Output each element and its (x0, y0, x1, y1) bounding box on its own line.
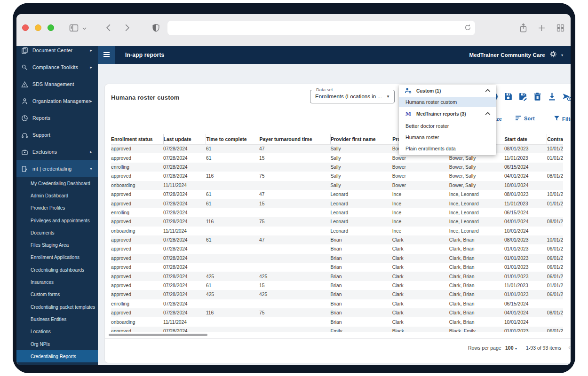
table-row[interactable]: approved07/28/20246147LeonardInceInce, L… (111, 190, 563, 199)
table-row[interactable]: approved07/28/202411675BrianClarkClark, … (111, 308, 563, 317)
privacy-shield-icon[interactable] (152, 23, 160, 33)
close-window-button[interactable] (22, 24, 29, 31)
table-row[interactable]: onboarding11/11/2024LeonardInceInce, Leo… (111, 227, 563, 235)
table-row[interactable]: enrolling07/28/2024SallyBowerBower, Sall… (111, 163, 563, 172)
chevron-up-icon[interactable] (485, 111, 491, 117)
table-row[interactable]: onboarding11/11/2024SallyBowerBower, Sal… (111, 181, 563, 190)
menu-toggle-button[interactable] (98, 46, 115, 64)
dataset-select[interactable]: Data set Enrollments (Locations in ... ▼ (310, 90, 395, 103)
dropdown-option-humana-roster[interactable]: Humana roster (399, 132, 496, 143)
sidebar-subitem-credentialing-packet-templates[interactable]: Credentialing packet templates (16, 301, 98, 313)
delete-report-button[interactable] (533, 92, 542, 101)
column-header[interactable]: Last update (163, 134, 206, 144)
forward-button[interactable] (125, 24, 130, 32)
share-icon[interactable] (519, 23, 528, 33)
sidebar-subitem-privileges-and-appointments[interactable]: Privileges and appointments (16, 214, 98, 227)
zoom-window-button[interactable] (48, 24, 54, 31)
sidebar-subitem-admin-dashboard[interactable]: Admin Dashboard (16, 189, 98, 202)
sidebar-subitem-credentialing-reports[interactable]: Credentialing Reports (16, 350, 98, 362)
sidebar-subitem-org-npis[interactable]: Org NPIs (16, 338, 98, 350)
sidebar-item-organization-management[interactable]: Organization Management▸ (16, 93, 98, 110)
dropdown-group-header-medtrainer-reports[interactable]: MMedTrainer reports (3) (399, 107, 496, 120)
sidebar-toggle-icon[interactable] (69, 24, 79, 32)
table-row[interactable]: enrolling07/28/2024LeonardInceInce, Leon… (111, 208, 563, 217)
minimize-window-button[interactable] (35, 24, 41, 31)
settings-gear-icon[interactable] (549, 50, 557, 60)
sidebar-item-document-center[interactable]: Document Center▸ (16, 46, 98, 59)
table-row[interactable]: approved07/28/20246115BrianClarkClark, B… (111, 281, 563, 290)
sidebar-item-compliance-toolkits[interactable]: Compliance Toolkits▸ (16, 59, 98, 76)
sidebar-subitem-provider-profiles[interactable]: Provider Profiles (16, 202, 98, 214)
sidebar-subitem-insurances[interactable]: Insurances (16, 276, 98, 288)
rows-per-page-select[interactable]: 100▼ (505, 345, 517, 351)
table-cell: 07/28/2024 (163, 208, 206, 217)
horizontal-scrollbar[interactable] (109, 334, 207, 336)
sidebar-item-sds-management[interactable]: SDS Management (16, 76, 98, 93)
sidebar-subitem-enrollment-applications[interactable]: Enrollment Applications (16, 251, 98, 264)
table-row[interactable]: approved07/28/2024425425BrianClarkClark,… (111, 290, 563, 299)
table-row[interactable]: onboarding11/11/2024BrianClarkClark, Bri… (111, 317, 563, 326)
url-bar[interactable] (167, 21, 475, 35)
save-report-button[interactable] (504, 92, 513, 101)
table-row[interactable]: approved07/28/2024BrianClarkClark, Brian… (111, 263, 563, 272)
save-as-report-button[interactable] (518, 92, 527, 101)
tab-overview-icon[interactable] (556, 24, 564, 32)
sidebar-subitem-credentialing-dashboards[interactable]: Credentialing dashboards (16, 264, 98, 276)
table-cell: 425 (206, 272, 259, 281)
table-cell: Brian (330, 254, 392, 263)
sort-button[interactable]: Sort (515, 115, 535, 122)
dropdown-option-humana-roster-custom[interactable]: Humana roster custom (399, 97, 496, 107)
table-row[interactable]: approved07/28/2024425425BrianClarkClark,… (111, 272, 563, 281)
sidebar-item-reports[interactable]: Reports (16, 110, 98, 126)
table-cell: Clark (392, 254, 449, 263)
table-row[interactable]: approved07/28/2024BrianClarkClark, Brian… (111, 254, 563, 263)
column-header[interactable]: Payer turnaround time (259, 134, 330, 144)
column-header[interactable]: Provider first name (330, 134, 392, 144)
org-menu-caret-icon[interactable]: ▾ (561, 53, 563, 57)
table-row[interactable]: approved07/28/202411675LeonardInceInce, … (111, 217, 563, 226)
table-cell: Sally (330, 153, 392, 162)
table-row[interactable]: approved07/28/2024EmilyBlackBlack, Emily… (111, 327, 563, 332)
expand-arrow-icon: ▸ (90, 149, 92, 154)
sidebar-subitem-business-entities[interactable]: Business Entities (16, 313, 98, 325)
dropdown-group-header-custom[interactable]: Custom (1) (399, 85, 496, 97)
reload-icon[interactable] (464, 24, 471, 31)
sidebar-subitem-documents[interactable]: Documents (16, 227, 98, 239)
table-cell: Brian (330, 317, 392, 326)
sidebar-subitem-locations[interactable]: Locations (16, 326, 98, 338)
sidebar-subitem-files-staging-area[interactable]: Files Staging Area (16, 239, 98, 251)
dropdown-option-better-doctor-roster[interactable]: Better doctor roster (399, 120, 496, 132)
table-cell: Clark, Brian (449, 299, 504, 308)
table-row[interactable]: approved07/28/20246115LeonardInceInce, L… (111, 199, 563, 208)
back-button[interactable] (106, 24, 111, 32)
previous-page-button[interactable]: ‹ (568, 343, 571, 352)
column-header[interactable]: Contract effective date (547, 134, 563, 144)
dataset-caret-down-icon[interactable]: ▼ (386, 94, 390, 99)
table-row[interactable]: approved07/28/2024BrianClarkClark, Brian… (111, 244, 563, 253)
chevron-up-icon[interactable] (485, 88, 491, 94)
column-header[interactable]: Time to complete (206, 134, 259, 144)
column-header[interactable]: Enrollment status (111, 134, 163, 144)
table-cell: 04/01/2024 (504, 172, 547, 180)
new-tab-icon[interactable] (538, 24, 546, 32)
dropdown-option-plain-enrollments-data[interactable]: Plain enrollments data (399, 143, 496, 154)
schedule-send-report-button[interactable] (562, 92, 571, 101)
table-row[interactable]: approved07/28/20246147BrianClarkClark, B… (111, 235, 563, 244)
table-cell (259, 327, 330, 332)
table-cell: 07/28/2024 (163, 199, 206, 208)
download-report-button[interactable] (548, 92, 556, 101)
sidebar-item-mt-credentialing[interactable]: mt | credentialing▾ (16, 160, 98, 177)
table-cell: approved (111, 281, 163, 290)
sidebar-subitem-custom-forms[interactable]: Custom forms (16, 289, 98, 301)
table-row[interactable]: enrolling07/28/2024BrianClarkClark, Bria… (111, 299, 563, 308)
table-row[interactable]: approved07/28/202411675SallyBowerBower, … (111, 172, 563, 180)
sidebar-menu-caret-icon[interactable] (82, 27, 87, 30)
table-cell: 11/01/2023 (504, 199, 547, 208)
table-cell: 47 (259, 235, 330, 244)
table-cell: Clark (392, 290, 449, 299)
sidebar-item-support[interactable]: Support (16, 126, 98, 143)
sidebar-subitem-my-credentialing-dashboard[interactable]: My Credentialing Dashboard (16, 177, 98, 189)
sidebar-item-exclusions[interactable]: Exclusions▸ (16, 143, 98, 160)
column-header[interactable]: Start date (504, 134, 547, 144)
filter-button[interactable]: Filter (554, 115, 571, 122)
